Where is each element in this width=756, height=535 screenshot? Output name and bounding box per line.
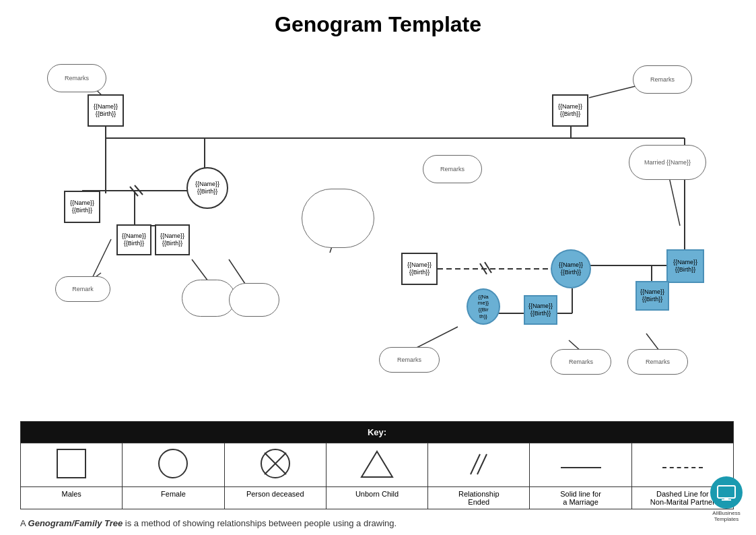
female-node-3: {{Na me}} {{Bir th}}: [467, 288, 500, 325]
svg-line-28: [130, 187, 138, 196]
male-node-9: {{Name}} {{Birth}}: [552, 94, 588, 127]
key-males-label: Males: [21, 487, 123, 509]
female-node-2: {{Name}} {{Birth}}: [551, 249, 591, 288]
married-bubble: Married {{Name}}: [629, 145, 706, 180]
key-unborn-symbol: [326, 443, 427, 487]
logo-icon: [716, 484, 736, 501]
male-node-8: {{Name}} {{Birth}}: [524, 295, 557, 325]
key-symbols-row: [21, 443, 734, 487]
key-triangle-svg: [360, 449, 394, 478]
svg-rect-40: [720, 488, 733, 495]
male-node-2: {{Name}} {{Birth}}: [64, 191, 100, 223]
logo-text: AllBusinessTemplates: [712, 510, 740, 523]
remarks-bubble-2: Remarks: [633, 65, 692, 94]
key-solid-line-symbol: [530, 443, 631, 487]
key-section: Key:: [20, 421, 734, 509]
female-node-1: {{Name}} {{Birth}}: [186, 167, 228, 209]
svg-line-31: [485, 262, 491, 273]
key-rect-icon: [57, 449, 86, 478]
key-header: Key:: [21, 422, 734, 443]
key-dashed-line-icon: [662, 467, 703, 468]
svg-line-30: [480, 263, 487, 274]
remarks-bubble-7: Remarks: [551, 349, 611, 375]
remarks-bubble-3: Remarks: [423, 155, 482, 183]
male-node-1: {{Name}} {{Birth}}: [88, 94, 124, 127]
remarks-bubble-4: [302, 189, 374, 248]
footer-text: A Genogram/Family Tree is a method of sh…: [20, 518, 397, 528]
logo-area: AllBusinessTemplates: [710, 476, 743, 523]
key-solid-line-icon: [561, 467, 601, 468]
svg-rect-42: [722, 499, 731, 501]
key-relationship-ended-symbol: [428, 443, 530, 487]
key-female-label: Female: [123, 487, 224, 509]
oval-bubble-2: [229, 283, 279, 317]
key-relationship-ended-label: RelationshipEnded: [428, 487, 530, 509]
remarks-bubble-6: Remarks: [379, 347, 440, 373]
key-labels-row: Males Female Person deceased Unborn Chil…: [21, 487, 734, 509]
page-title: Genogram Template: [0, 0, 756, 44]
male-node-6: {{Name}} {{Birth}}: [666, 249, 704, 283]
remark-bubble-5: Remark: [55, 276, 110, 302]
oval-bubble-1: [182, 280, 236, 317]
male-node-4: {{Name}} {{Birth}}: [155, 224, 190, 255]
genogram-area: {{Name}} {{Birth}} {{Name}} {{Birth}} {{…: [0, 44, 756, 401]
key-deceased-symbol: [224, 443, 326, 487]
key-unborn-label: Unborn Child: [326, 487, 427, 509]
key-deceased-label: Person deceased: [224, 487, 326, 509]
key-female-symbol: [123, 443, 224, 487]
key-table: Key:: [20, 421, 734, 509]
key-solid-line-label: Solid line fora Marriage: [530, 487, 631, 509]
logo-circle: [710, 476, 743, 509]
remarks-bubble-1: Remarks: [47, 64, 106, 92]
key-circle-icon: [158, 449, 188, 478]
footer-emphasis: Genogram/Family Tree: [28, 518, 123, 528]
svg-marker-36: [362, 451, 392, 477]
key-slash-svg: [458, 449, 499, 478]
male-node-3: {{Name}} {{Birth}}: [116, 224, 151, 255]
male-node-7: {{Name}} {{Birth}}: [635, 281, 669, 311]
svg-line-26: [646, 334, 659, 350]
male-node-5: {{Name}} {{Birth}}: [401, 253, 438, 285]
remarks-bubble-8: Remarks: [627, 349, 688, 375]
key-males-symbol: [21, 443, 123, 487]
deceased-x-svg: [261, 449, 290, 478]
svg-line-29: [135, 185, 143, 195]
